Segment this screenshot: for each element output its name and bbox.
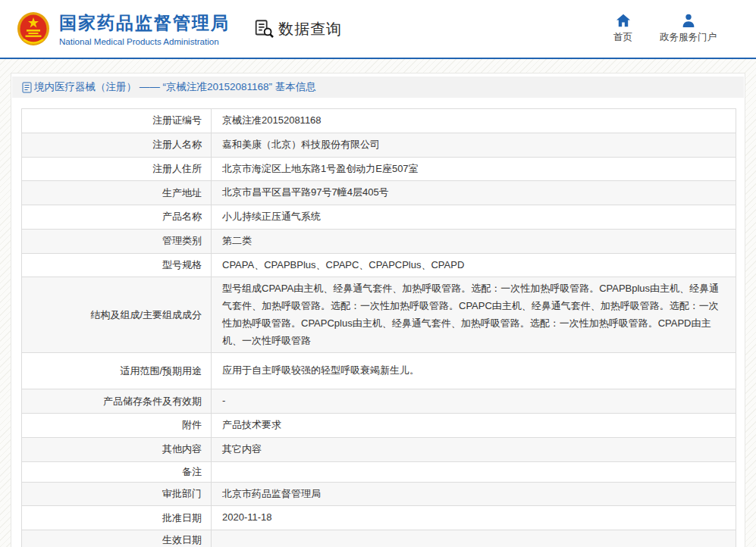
field-value: 产品技术要求 [212, 414, 736, 438]
field-value: 北京市海淀区上地东路1号盈创动力E座507室 [212, 157, 736, 181]
field-label: 审批部门 [22, 482, 212, 506]
nmpa-logo[interactable]: 国家药品监督管理局 National Medical Products Admi… [17, 11, 230, 46]
field-label: 附件 [22, 414, 212, 438]
field-label: 批准日期 [22, 506, 212, 530]
field-value: 嘉和美康（北京）科技股份有限公司 [212, 133, 736, 157]
field-value: 小儿持续正压通气系统 [212, 205, 736, 230]
field-label: 结构及组成/主要组成成分 [22, 277, 212, 353]
nav-home-label: 首页 [613, 31, 632, 44]
table-row: 生产地址北京市昌平区昌平路97号7幢4层405号 [22, 181, 736, 205]
field-value: 北京市昌平区昌平路97号7幢4层405号 [212, 181, 736, 205]
table-row: 结构及组成/主要组成成分型号组成CPAPA由主机、经鼻通气套件、加热呼吸管路。选… [22, 277, 736, 353]
home-icon [616, 14, 631, 27]
field-label: 型号规格 [22, 253, 212, 277]
table-row: 管理类别第二类 [22, 229, 736, 253]
table-row: 适用范围/预期用途应用于自主呼吸较强的轻型呼吸衰竭新生儿。 [22, 353, 736, 389]
table-row: 审批部门北京市药品监督管理局 [22, 482, 736, 506]
page-title-bar: 境内医疗器械（注册） —— “京械注准20152081168” 基本信息 [12, 77, 744, 98]
data-query-icon [254, 19, 275, 39]
national-emblem-icon [17, 11, 50, 46]
field-label: 注册人名称 [22, 133, 212, 157]
field-value: 其它内容 [212, 437, 736, 461]
nav-portal[interactable]: 政务服务门户 [660, 14, 717, 44]
field-value [212, 461, 736, 482]
field-label: 管理类别 [22, 229, 212, 253]
table-row: 批准日期2020-11-18 [22, 506, 736, 530]
field-label: 备注 [22, 461, 212, 482]
table-row: 生效日期 [22, 530, 736, 547]
field-value: CPAPA、CPAPBPlus、CPAPC、CPAPCPlus、CPAPD [212, 253, 736, 277]
field-label: 产品储存条件及有效期 [22, 389, 212, 414]
field-label: 注册证编号 [22, 109, 212, 133]
field-value: 应用于自主呼吸较强的轻型呼吸衰竭新生儿。 [212, 353, 736, 389]
field-label: 注册人住所 [22, 157, 212, 181]
field-label: 生产地址 [22, 181, 212, 205]
data-query-section[interactable]: 数据查询 [254, 19, 342, 39]
page-title: 境内医疗器械（注册） —— “京械注准20152081168” 基本信息 [34, 80, 316, 94]
table-row: 备注 [22, 461, 736, 482]
field-label: 生效日期 [22, 530, 212, 547]
field-label: 产品名称 [22, 205, 212, 230]
table-row: 型号规格CPAPA、CPAPBPlus、CPAPC、CPAPCPlus、CPAP… [22, 253, 736, 277]
field-value: - [212, 389, 736, 414]
info-table-body: 注册证编号京械注准20152081168注册人名称嘉和美康（北京）科技股份有限公… [22, 109, 736, 547]
site-header: 国家药品监督管理局 National Medical Products Admi… [0, 0, 756, 59]
table-row: 附件产品技术要求 [22, 414, 736, 438]
document-icon [22, 82, 32, 93]
nav-home[interactable]: 首页 [613, 14, 632, 44]
field-value: 京械注准20152081168 [212, 109, 736, 133]
data-query-label: 数据查询 [278, 19, 342, 39]
site-title: 国家药品监督管理局 [59, 11, 230, 35]
content-panel: 境内医疗器械（注册） —— “京械注准20152081168” 基本信息 注册证… [11, 73, 745, 547]
header-nav: 首页 政务服务门户 [613, 14, 756, 44]
field-label: 适用范围/预期用途 [22, 353, 212, 389]
field-value: 型号组成CPAPA由主机、经鼻通气套件、加热呼吸管路。选配：一次性加热呼吸管路。… [212, 277, 736, 353]
table-row: 其他内容其它内容 [22, 437, 736, 461]
table-row: 产品储存条件及有效期- [22, 389, 736, 414]
nav-portal-label: 政务服务门户 [660, 31, 717, 44]
table-row: 注册人住所北京市海淀区上地东路1号盈创动力E座507室 [22, 157, 736, 181]
user-icon [681, 14, 696, 27]
field-value [212, 530, 736, 547]
field-value: 2020-11-18 [212, 506, 736, 530]
field-value: 第二类 [212, 229, 736, 253]
site-subtitle: National Medical Products Administration [59, 36, 230, 46]
field-value: 北京市药品监督管理局 [212, 482, 736, 506]
info-table: 注册证编号京械注准20152081168注册人名称嘉和美康（北京）科技股份有限公… [21, 108, 736, 547]
table-row: 产品名称小儿持续正压通气系统 [22, 205, 736, 230]
table-row: 注册证编号京械注准20152081168 [22, 109, 736, 133]
logo-text: 国家药品监督管理局 National Medical Products Admi… [59, 11, 230, 46]
table-row: 注册人名称嘉和美康（北京）科技股份有限公司 [22, 133, 736, 157]
field-label: 其他内容 [22, 437, 212, 461]
